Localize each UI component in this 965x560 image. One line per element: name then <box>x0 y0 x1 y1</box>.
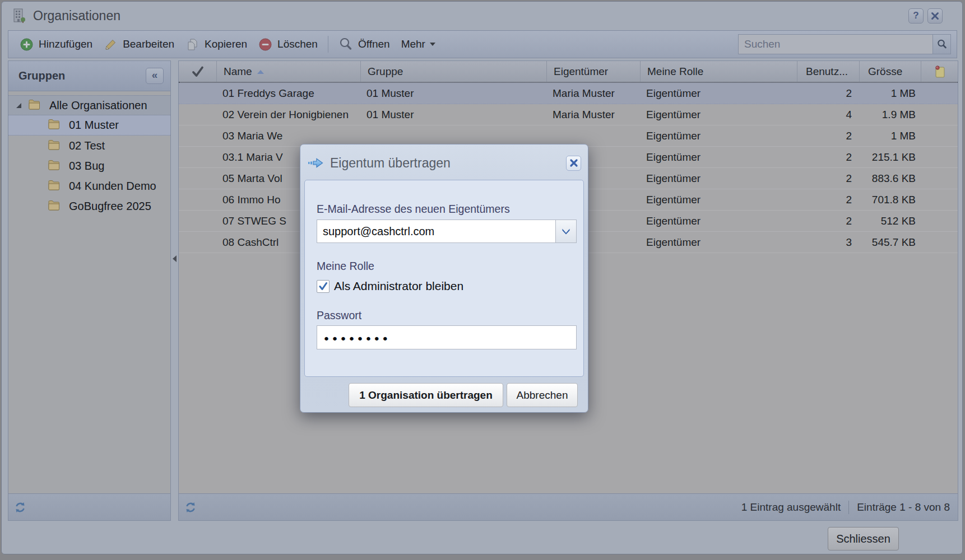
panel-splitter[interactable] <box>171 60 178 521</box>
groups-panel: Gruppen « Alle Organisationen 01 Muster … <box>8 60 171 521</box>
search-button[interactable] <box>932 34 951 54</box>
screen: Organisationen ? Hinzufügen Bearbeiten K… <box>0 0 965 560</box>
folder-icon <box>48 199 61 213</box>
dialog-buttons: 1 Organisation übertragen Abbrechen <box>349 383 578 407</box>
cell-benutzer: 2 <box>797 151 860 164</box>
close-icon <box>931 12 939 20</box>
cell-groesse: 215.1 KB <box>860 151 921 164</box>
search-input[interactable] <box>738 34 932 54</box>
tree-item-label: 04 Kunden Demo <box>69 180 156 193</box>
cancel-button[interactable]: Abbrechen <box>507 383 578 407</box>
pencil-icon <box>104 38 118 52</box>
magnifier-icon <box>338 37 353 52</box>
building-icon <box>11 8 26 24</box>
open-button-label: Öffnen <box>358 38 390 50</box>
cell-rolle: Eigentümer <box>641 130 797 142</box>
admin-checkbox-row[interactable]: Als Administrator bleiben <box>317 279 577 293</box>
tree-item-03-bug[interactable]: 03 Bug <box>8 156 170 176</box>
edit-button-label: Bearbeiten <box>123 38 174 50</box>
splitter-collapse-icon[interactable] <box>173 255 177 262</box>
column-header-groesse[interactable]: Grösse <box>860 61 921 82</box>
column-header-select[interactable] <box>179 61 217 82</box>
admin-checkbox-label: Als Administrator bleiben <box>334 279 463 293</box>
tree-item-04-kunden-demo[interactable]: 04 Kunden Demo <box>8 176 170 196</box>
toolbar-separator <box>328 36 328 53</box>
cell-rolle: Eigentümer <box>641 151 797 164</box>
cell-benutzer: 2 <box>797 172 860 185</box>
help-icon: ? <box>913 10 918 21</box>
refresh-icon[interactable] <box>184 501 197 514</box>
cell-rolle: Eigentümer <box>641 87 797 100</box>
open-button[interactable]: Öffnen <box>338 34 390 54</box>
tree-item-label: GoBugfree 2025 <box>69 200 151 213</box>
window-close-button[interactable] <box>927 8 943 24</box>
tree-item-label: 03 Bug <box>69 160 104 172</box>
role-label: Meine Rolle <box>317 260 577 273</box>
cell-benutzer: 2 <box>797 87 860 100</box>
search-icon <box>936 39 948 50</box>
tree-item-02-test[interactable]: 02 Test <box>8 136 170 156</box>
tree-item-01-muster[interactable]: 01 Muster <box>8 115 170 136</box>
copy-button-label: Kopieren <box>205 38 247 50</box>
column-label: Grösse <box>868 66 902 78</box>
copy-icon <box>185 38 200 52</box>
cell-benutzer: 4 <box>797 109 860 121</box>
delete-button[interactable]: Löschen <box>258 34 318 54</box>
tree-item-label: 01 Muster <box>69 119 119 132</box>
dialog-close-button[interactable] <box>566 156 581 171</box>
transfer-icon <box>308 156 324 170</box>
folder-icon <box>48 139 61 153</box>
column-header-benutzer[interactable]: Benutz... <box>797 61 860 82</box>
cell-groesse: 1 MB <box>860 130 921 142</box>
copy-button[interactable]: Kopieren <box>185 34 247 54</box>
column-header-meine-rolle[interactable]: Meine Rolle <box>641 61 797 82</box>
schliessen-button-label: Schliessen <box>836 533 890 545</box>
tree-item-alle-organisationen[interactable]: Alle Organisationen <box>8 95 170 115</box>
table-row[interactable]: 02 Verein der Honigbienen 01 Muster Mari… <box>179 104 958 125</box>
toolbar: Hinzufügen Bearbeiten Kopieren Löschen Ö… <box>8 30 957 58</box>
table-row[interactable]: 01 Freddys Garage 01 Muster Maria Muster… <box>179 82 958 104</box>
collapse-left-icon: « <box>152 69 158 81</box>
cell-eigentuemer: Maria Muster <box>547 87 641 100</box>
column-header-gruppe[interactable]: Gruppe <box>361 61 547 82</box>
folder-icon <box>28 99 41 113</box>
window-title: Organisationen <box>33 8 904 24</box>
cell-gruppe: 01 Muster <box>361 109 547 121</box>
combo-trigger-button[interactable] <box>555 220 576 242</box>
search-group <box>738 34 951 54</box>
tree-item-label: 02 Test <box>69 139 105 152</box>
tree-item-gobugfree-2025[interactable]: GoBugfree 2025 <box>8 196 170 216</box>
schliessen-button[interactable]: Schliessen <box>828 527 899 550</box>
cell-name: 01 Freddys Garage <box>217 87 361 100</box>
column-label: Gruppe <box>368 66 403 78</box>
cell-rolle: Eigentümer <box>641 172 797 185</box>
refresh-icon[interactable] <box>13 501 27 514</box>
sort-ascending-icon <box>257 70 264 74</box>
cell-name: 03 Maria We <box>217 130 361 142</box>
column-header-notes[interactable] <box>921 61 958 82</box>
tree-expanded-icon[interactable] <box>16 103 21 108</box>
column-header-name[interactable]: Name <box>217 61 361 82</box>
cell-groesse: 1.9 MB <box>860 109 921 121</box>
column-header-eigentuemer[interactable]: Eigentümer <box>547 61 641 82</box>
minus-circle-icon <box>258 38 272 52</box>
status-selected: 1 Eintrag ausgewählt <box>741 501 841 514</box>
add-button[interactable]: Hinzufügen <box>20 34 92 54</box>
more-button[interactable]: Mehr <box>401 34 435 54</box>
password-field[interactable] <box>317 325 577 349</box>
cell-benutzer: 2 <box>797 194 860 206</box>
transfer-ownership-dialog: Eigentum übertragen E-Mail-Adresse des n… <box>300 144 588 413</box>
cancel-button-label: Abbrechen <box>517 389 568 402</box>
folder-icon <box>48 159 61 173</box>
transfer-submit-button[interactable]: 1 Organisation übertragen <box>349 383 503 407</box>
cell-groesse: 701.8 KB <box>860 194 921 206</box>
email-field[interactable] <box>317 220 555 242</box>
collapse-panel-button[interactable]: « <box>146 68 164 84</box>
admin-checkbox[interactable] <box>317 280 330 293</box>
check-icon <box>191 65 205 78</box>
dialog-titlebar: Eigentum übertragen <box>300 144 588 176</box>
close-icon <box>569 158 578 167</box>
password-label: Passwort <box>317 309 577 322</box>
help-button[interactable]: ? <box>908 8 924 24</box>
edit-button[interactable]: Bearbeiten <box>104 34 174 54</box>
